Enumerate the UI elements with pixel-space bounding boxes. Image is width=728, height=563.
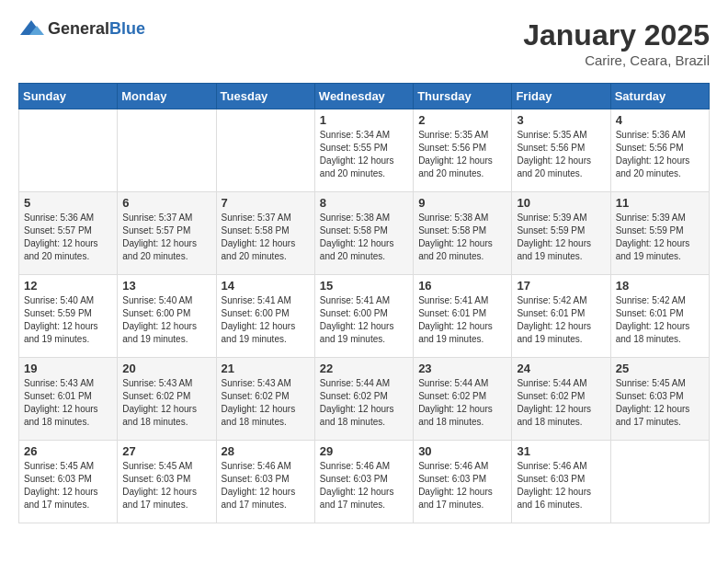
day-number: 30 xyxy=(418,444,506,458)
calendar-table: SundayMondayTuesdayWednesdayThursdayFrid… xyxy=(18,83,710,523)
calendar-cell: 20Sunrise: 5:43 AM Sunset: 6:02 PM Dayli… xyxy=(118,358,216,441)
weekday-header-friday: Friday xyxy=(512,84,610,109)
calendar-cell: 13Sunrise: 5:40 AM Sunset: 6:00 PM Dayli… xyxy=(118,275,216,358)
day-number: 16 xyxy=(418,279,506,293)
day-number: 17 xyxy=(517,279,605,293)
day-number: 19 xyxy=(24,362,112,375)
day-info: Sunrise: 5:45 AM Sunset: 6:03 PM Dayligh… xyxy=(616,377,704,429)
day-number: 1 xyxy=(320,113,408,127)
day-number: 21 xyxy=(222,362,310,375)
day-info: Sunrise: 5:38 AM Sunset: 5:58 PM Dayligh… xyxy=(320,212,408,263)
day-number: 7 xyxy=(222,196,310,210)
calendar-cell xyxy=(118,109,216,192)
day-number: 26 xyxy=(24,444,112,458)
page-header: GeneralBlue January 2025 Carire, Ceara, … xyxy=(18,18,710,68)
calendar-cell: 28Sunrise: 5:46 AM Sunset: 6:03 PM Dayli… xyxy=(216,441,314,523)
day-info: Sunrise: 5:44 AM Sunset: 6:02 PM Dayligh… xyxy=(517,377,605,429)
day-info: Sunrise: 5:41 AM Sunset: 6:00 PM Dayligh… xyxy=(320,294,408,346)
calendar-cell: 29Sunrise: 5:46 AM Sunset: 6:03 PM Dayli… xyxy=(314,441,413,523)
day-info: Sunrise: 5:41 AM Sunset: 6:00 PM Dayligh… xyxy=(222,294,310,346)
day-number: 8 xyxy=(320,196,408,210)
day-info: Sunrise: 5:45 AM Sunset: 6:03 PM Dayligh… xyxy=(24,460,112,511)
calendar-cell: 18Sunrise: 5:42 AM Sunset: 6:01 PM Dayli… xyxy=(610,275,709,358)
calendar-cell: 22Sunrise: 5:44 AM Sunset: 6:02 PM Dayli… xyxy=(314,358,413,441)
day-info: Sunrise: 5:44 AM Sunset: 6:02 PM Dayligh… xyxy=(418,377,506,429)
calendar-week-row: 5Sunrise: 5:36 AM Sunset: 5:57 PM Daylig… xyxy=(19,192,710,275)
weekday-header-row: SundayMondayTuesdayWednesdayThursdayFrid… xyxy=(19,84,710,109)
calendar-cell: 2Sunrise: 5:35 AM Sunset: 5:56 PM Daylig… xyxy=(414,109,512,192)
day-info: Sunrise: 5:37 AM Sunset: 5:58 PM Dayligh… xyxy=(222,212,310,263)
logo-icon xyxy=(18,18,44,39)
weekday-header-thursday: Thursday xyxy=(414,84,512,109)
calendar-cell: 7Sunrise: 5:37 AM Sunset: 5:58 PM Daylig… xyxy=(216,192,314,275)
day-number: 11 xyxy=(616,196,704,210)
day-info: Sunrise: 5:46 AM Sunset: 6:03 PM Dayligh… xyxy=(320,460,408,511)
day-number: 27 xyxy=(122,444,210,458)
day-info: Sunrise: 5:36 AM Sunset: 5:57 PM Dayligh… xyxy=(24,212,112,263)
calendar-cell: 10Sunrise: 5:39 AM Sunset: 5:59 PM Dayli… xyxy=(512,192,610,275)
day-info: Sunrise: 5:35 AM Sunset: 5:56 PM Dayligh… xyxy=(418,129,506,180)
day-info: Sunrise: 5:46 AM Sunset: 6:03 PM Dayligh… xyxy=(418,460,506,511)
calendar-week-row: 26Sunrise: 5:45 AM Sunset: 6:03 PM Dayli… xyxy=(19,441,710,523)
calendar-cell: 17Sunrise: 5:42 AM Sunset: 6:01 PM Dayli… xyxy=(512,275,610,358)
day-info: Sunrise: 5:42 AM Sunset: 6:01 PM Dayligh… xyxy=(616,294,704,346)
calendar-cell: 31Sunrise: 5:46 AM Sunset: 6:03 PM Dayli… xyxy=(512,441,610,523)
calendar-cell: 21Sunrise: 5:43 AM Sunset: 6:02 PM Dayli… xyxy=(216,358,314,441)
calendar-cell: 5Sunrise: 5:36 AM Sunset: 5:57 PM Daylig… xyxy=(19,192,118,275)
calendar-cell: 26Sunrise: 5:45 AM Sunset: 6:03 PM Dayli… xyxy=(19,441,118,523)
calendar-cell: 6Sunrise: 5:37 AM Sunset: 5:57 PM Daylig… xyxy=(118,192,216,275)
calendar-cell: 12Sunrise: 5:40 AM Sunset: 5:59 PM Dayli… xyxy=(19,275,118,358)
day-info: Sunrise: 5:35 AM Sunset: 5:56 PM Dayligh… xyxy=(517,129,605,180)
calendar-cell: 30Sunrise: 5:46 AM Sunset: 6:03 PM Dayli… xyxy=(414,441,512,523)
weekday-header-tuesday: Tuesday xyxy=(216,84,314,109)
calendar-week-row: 19Sunrise: 5:43 AM Sunset: 6:01 PM Dayli… xyxy=(19,358,710,441)
day-number: 4 xyxy=(616,113,704,127)
month-title: January 2025 xyxy=(523,18,710,52)
weekday-header-wednesday: Wednesday xyxy=(314,84,413,109)
day-info: Sunrise: 5:41 AM Sunset: 6:01 PM Dayligh… xyxy=(418,294,506,346)
day-info: Sunrise: 5:45 AM Sunset: 6:03 PM Dayligh… xyxy=(122,460,210,511)
calendar-cell: 4Sunrise: 5:36 AM Sunset: 5:56 PM Daylig… xyxy=(610,109,709,192)
calendar-cell: 9Sunrise: 5:38 AM Sunset: 5:58 PM Daylig… xyxy=(414,192,512,275)
calendar-cell: 27Sunrise: 5:45 AM Sunset: 6:03 PM Dayli… xyxy=(118,441,216,523)
calendar-week-row: 12Sunrise: 5:40 AM Sunset: 5:59 PM Dayli… xyxy=(19,275,710,358)
calendar-cell: 3Sunrise: 5:35 AM Sunset: 5:56 PM Daylig… xyxy=(512,109,610,192)
day-number: 29 xyxy=(320,444,408,458)
day-info: Sunrise: 5:36 AM Sunset: 5:56 PM Dayligh… xyxy=(616,129,704,180)
day-number: 2 xyxy=(418,113,506,127)
logo-general: General xyxy=(48,19,109,38)
calendar-cell: 14Sunrise: 5:41 AM Sunset: 6:00 PM Dayli… xyxy=(216,275,314,358)
day-info: Sunrise: 5:46 AM Sunset: 6:03 PM Dayligh… xyxy=(222,460,310,511)
day-number: 13 xyxy=(122,279,210,293)
day-number: 23 xyxy=(418,362,506,375)
calendar-cell: 16Sunrise: 5:41 AM Sunset: 6:01 PM Dayli… xyxy=(414,275,512,358)
day-number: 25 xyxy=(616,362,704,375)
day-number: 10 xyxy=(517,196,605,210)
calendar-cell: 23Sunrise: 5:44 AM Sunset: 6:02 PM Dayli… xyxy=(414,358,512,441)
day-number: 5 xyxy=(24,196,112,210)
day-number: 9 xyxy=(418,196,506,210)
calendar-cell: 19Sunrise: 5:43 AM Sunset: 6:01 PM Dayli… xyxy=(19,358,118,441)
weekday-header-saturday: Saturday xyxy=(610,84,709,109)
day-number: 28 xyxy=(222,444,310,458)
day-info: Sunrise: 5:46 AM Sunset: 6:03 PM Dayligh… xyxy=(517,460,605,511)
day-number: 18 xyxy=(616,279,704,293)
calendar-cell: 24Sunrise: 5:44 AM Sunset: 6:02 PM Dayli… xyxy=(512,358,610,441)
logo: GeneralBlue xyxy=(18,18,145,39)
day-number: 3 xyxy=(517,113,605,127)
day-number: 22 xyxy=(320,362,408,375)
calendar-cell xyxy=(610,441,709,523)
weekday-header-sunday: Sunday xyxy=(19,84,118,109)
day-number: 12 xyxy=(24,279,112,293)
day-info: Sunrise: 5:44 AM Sunset: 6:02 PM Dayligh… xyxy=(320,377,408,429)
calendar-cell: 11Sunrise: 5:39 AM Sunset: 5:59 PM Dayli… xyxy=(610,192,709,275)
day-info: Sunrise: 5:42 AM Sunset: 6:01 PM Dayligh… xyxy=(517,294,605,346)
title-block: January 2025 Carire, Ceara, Brazil xyxy=(523,18,710,68)
logo-blue: Blue xyxy=(109,19,145,38)
calendar-cell: 8Sunrise: 5:38 AM Sunset: 5:58 PM Daylig… xyxy=(314,192,413,275)
weekday-header-monday: Monday xyxy=(118,84,216,109)
day-info: Sunrise: 5:34 AM Sunset: 5:55 PM Dayligh… xyxy=(320,129,408,180)
calendar-cell xyxy=(19,109,118,192)
day-info: Sunrise: 5:43 AM Sunset: 6:02 PM Dayligh… xyxy=(222,377,310,429)
day-info: Sunrise: 5:40 AM Sunset: 6:00 PM Dayligh… xyxy=(122,294,210,346)
